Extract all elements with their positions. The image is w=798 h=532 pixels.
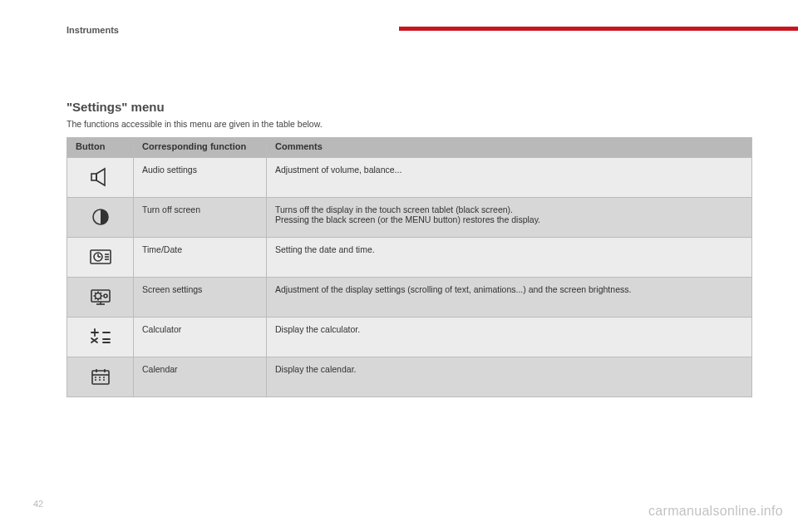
svg-line-18 — [100, 293, 101, 294]
th-function: Corresponding function — [134, 138, 267, 158]
function-cell: Time/Date — [134, 238, 267, 278]
settings-table: Button Corresponding function Comments — [66, 137, 752, 397]
svg-point-20 — [104, 294, 107, 298]
svg-line-16 — [95, 293, 96, 294]
comments-cell: Setting the date and time. — [267, 238, 752, 278]
table-row: Screen settings Adjustment of the displa… — [67, 278, 752, 318]
contrast-icon — [91, 207, 111, 229]
table-row: Calendar Display the calendar. — [67, 357, 752, 397]
icon-cell — [67, 198, 134, 238]
header-accent-bar — [399, 27, 798, 31]
icon-cell — [67, 318, 134, 357]
screen-settings-icon — [88, 287, 113, 308]
watermark: carmanualsonline.info — [648, 504, 783, 519]
clock-box-icon — [88, 248, 113, 268]
function-cell: Calculator — [134, 318, 267, 357]
comments-cell: Adjustment of volume, balance... — [267, 158, 752, 198]
page: Instruments "Settings" menu The function… — [0, 0, 798, 532]
function-cell: Calendar — [134, 357, 267, 397]
icon-cell — [67, 278, 134, 318]
function-cell: Turn off screen — [134, 198, 267, 238]
table-row: Turn off screen Turns off the display in… — [67, 198, 752, 238]
function-cell: Audio settings — [134, 158, 267, 198]
table-row: Audio settings Adjustment of volume, bal… — [67, 158, 752, 198]
page-title: "Settings" menu — [66, 100, 752, 114]
page-subtitle: The functions accessible in this menu ar… — [66, 119, 752, 129]
icon-cell — [67, 238, 134, 278]
icon-cell — [67, 357, 134, 397]
table-header-row: Button Corresponding function Comments — [67, 138, 752, 158]
page-number: 42 — [33, 499, 43, 509]
calculator-icon — [90, 328, 111, 347]
section-label: Instruments — [66, 25, 119, 35]
icon-cell — [67, 158, 134, 198]
th-button: Button — [67, 138, 134, 158]
comments-cell: Adjustment of the display settings (scro… — [267, 278, 752, 318]
svg-marker-1 — [96, 169, 105, 185]
function-cell: Screen settings — [134, 278, 267, 318]
content-area: "Settings" menu The functions accessible… — [66, 100, 752, 397]
comments-cell: Display the calendar. — [267, 357, 752, 397]
table-row: Time/Date Setting the date and time. — [67, 238, 752, 278]
svg-line-19 — [95, 298, 96, 299]
svg-rect-0 — [91, 174, 96, 180]
svg-line-17 — [100, 298, 101, 299]
svg-point-11 — [95, 293, 101, 298]
comments-cell: Display the calculator. — [267, 318, 752, 357]
calendar-icon — [90, 367, 111, 387]
speaker-icon — [88, 167, 113, 189]
th-comments: Comments — [267, 138, 752, 158]
comments-cell: Turns off the display in the touch scree… — [267, 198, 752, 238]
table-row: Calculator Display the calculator. — [67, 318, 752, 357]
